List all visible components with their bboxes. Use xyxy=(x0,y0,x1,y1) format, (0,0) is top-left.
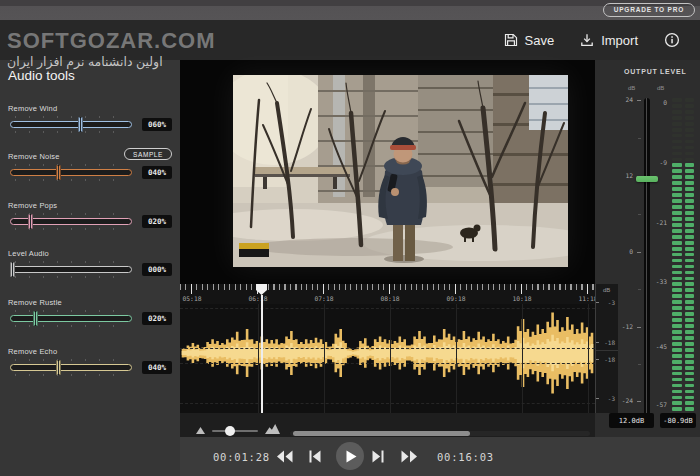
led-segment-row xyxy=(672,169,695,173)
led-segment-row xyxy=(672,306,695,310)
output-fader-handle[interactable] xyxy=(636,176,658,182)
level-tick-label: -21 xyxy=(647,219,667,226)
output-tick-mark xyxy=(637,327,641,328)
slider-track-remove-echo[interactable] xyxy=(10,364,132,371)
slider-handle-remove-rustle[interactable] xyxy=(33,311,38,326)
slider-track-level-audio[interactable] xyxy=(10,266,132,273)
playhead-line[interactable] xyxy=(261,295,263,413)
slider-track-remove-noise[interactable] xyxy=(10,169,132,176)
slider-label: Remove Wind xyxy=(8,104,57,113)
led-segment-row xyxy=(672,199,695,203)
waveform[interactable] xyxy=(180,304,595,413)
save-button[interactable]: Save xyxy=(504,33,555,48)
slider-track-remove-pops[interactable] xyxy=(10,218,132,225)
output-tick-mark xyxy=(637,401,641,402)
led-segment-row xyxy=(672,253,695,257)
output-tick-minor xyxy=(638,364,641,365)
level-meter-title: LEVEL xyxy=(660,68,687,75)
slider-row-remove-noise: Remove NoiseSAMPLE040% xyxy=(8,152,172,194)
header-bar: Save Import xyxy=(0,20,700,60)
led-segment-row xyxy=(672,342,695,346)
info-button[interactable] xyxy=(664,32,680,48)
slider-value: 040% xyxy=(142,361,172,374)
led-segment-row xyxy=(672,163,695,167)
fast-forward-button[interactable] xyxy=(401,450,418,463)
waveform-panel[interactable] xyxy=(180,304,595,413)
upgrade-to-pro-button[interactable]: UPGRADE TO PRO xyxy=(603,3,695,17)
waveform-db-scale: dB -3 -18 -18 -3 xyxy=(595,284,618,413)
play-button[interactable] xyxy=(336,442,364,470)
slider-value: 060% xyxy=(142,118,172,131)
output-tick-label: 0 xyxy=(607,248,633,255)
led-segment-row xyxy=(672,336,695,340)
slider-value: 020% xyxy=(142,215,172,228)
slider-track-remove-rustle[interactable] xyxy=(10,315,132,322)
output-db-label: dB xyxy=(628,85,635,91)
led-segment-row xyxy=(672,122,695,126)
timeline-scrollbar-thumb[interactable] xyxy=(293,431,470,436)
slider-value: 000% xyxy=(142,263,172,276)
led-segment-row xyxy=(672,360,695,364)
slider-track-remove-wind[interactable] xyxy=(10,121,132,128)
led-segment-row xyxy=(672,98,695,102)
led-segment-row xyxy=(672,211,695,215)
slider-handle-remove-wind[interactable] xyxy=(78,117,83,132)
led-segment-row xyxy=(672,205,695,209)
led-segment-row xyxy=(672,372,695,376)
led-segment-row xyxy=(672,110,695,114)
led-segment-row xyxy=(672,235,695,239)
db-unit-label: dB xyxy=(603,287,610,293)
import-label: Import xyxy=(601,33,638,48)
slider-handle-remove-pops[interactable] xyxy=(28,214,33,229)
output-tick-minor xyxy=(638,214,641,215)
led-segment-row xyxy=(672,223,695,227)
timeline-ruler[interactable]: 05:1806:1807:1808:1809:1810:1811:18 xyxy=(180,284,595,304)
led-segment-row xyxy=(672,288,695,292)
slider-row-remove-rustle: Remove Rustle020% xyxy=(8,298,172,340)
slider-handle-level-audio[interactable] xyxy=(10,262,15,277)
current-time: 00:01:28 xyxy=(213,451,270,463)
led-segment-row xyxy=(672,396,695,400)
zoom-slider-track[interactable] xyxy=(212,430,258,432)
scale-label: -18 xyxy=(598,339,615,346)
sample-badge[interactable]: SAMPLE xyxy=(124,148,172,160)
import-button[interactable]: Import xyxy=(580,33,638,48)
grid-line-vertical xyxy=(324,304,325,413)
page-title: Audio tools xyxy=(8,68,75,83)
level-value-readout: -80.9dB xyxy=(660,413,696,428)
frame-back-button[interactable] xyxy=(309,450,321,463)
save-icon xyxy=(504,33,518,47)
led-segment-row xyxy=(672,324,695,328)
slider-handle-remove-echo[interactable] xyxy=(56,360,61,375)
slider-label: Remove Pops xyxy=(8,201,57,210)
slider-row-remove-echo: Remove Echo040% xyxy=(8,347,172,389)
led-segment-row xyxy=(672,277,695,281)
led-segment-row xyxy=(672,175,695,179)
led-segment-row xyxy=(672,247,695,251)
skip-back-button[interactable] xyxy=(276,450,293,463)
sidebar-audio-tools: Audio tools Remove Wind060%Remove NoiseS… xyxy=(0,60,180,476)
level-tick-label: -33 xyxy=(647,278,667,285)
led-segment-row xyxy=(672,140,695,144)
led-segment-row xyxy=(672,354,695,358)
grid-line-vertical xyxy=(522,304,523,413)
led-segment-row xyxy=(672,187,695,191)
led-segment-row xyxy=(672,104,695,108)
grid-line-vertical xyxy=(456,304,457,413)
led-segment-row xyxy=(672,241,695,245)
level-tick-label: 0 xyxy=(647,99,667,106)
led-segment-row xyxy=(672,158,695,162)
output-tick-mark xyxy=(637,100,641,101)
led-segment-row xyxy=(672,401,695,405)
led-segment-row xyxy=(672,259,695,263)
led-segment-row xyxy=(672,366,695,370)
slider-handle-remove-noise[interactable] xyxy=(56,165,61,180)
output-tick-mark xyxy=(637,252,641,253)
led-segment-row xyxy=(672,152,695,156)
zoom-slider-knob[interactable] xyxy=(225,426,235,436)
led-segment-row xyxy=(672,271,695,275)
frame-forward-button[interactable] xyxy=(372,450,384,463)
output-fader-track[interactable] xyxy=(644,98,650,420)
slider-row-remove-pops: Remove Pops020% xyxy=(8,201,172,243)
led-segment-row xyxy=(672,312,695,316)
